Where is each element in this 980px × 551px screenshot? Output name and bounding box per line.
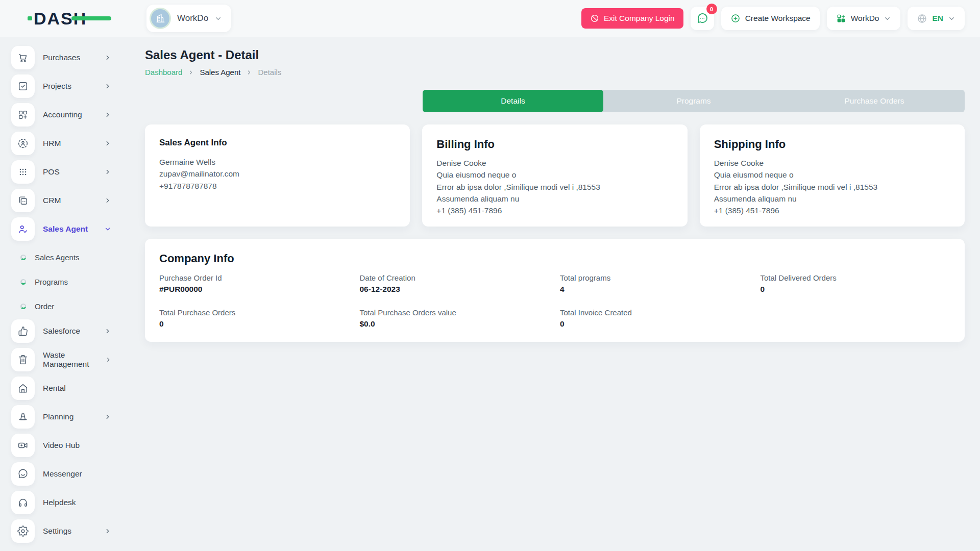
dots-grid-icon (11, 160, 35, 184)
prohibit-icon (590, 14, 599, 23)
detail-tabs: Details Programs Purchase Orders (423, 90, 965, 112)
field-total-invoice-created: Total Invoice Created 0 (560, 308, 750, 329)
trash-icon (11, 348, 35, 371)
create-workspace-button[interactable]: Create Workspace (721, 7, 820, 30)
sidebar-item-planning[interactable]: Planning (11, 405, 118, 429)
message-circle-icon (11, 462, 35, 486)
breadcrumb-dashboard-link[interactable]: Dashboard (145, 68, 182, 77)
sidebar-item-crm[interactable]: CRM (11, 189, 118, 212)
workspace-avatar (150, 8, 171, 29)
sidebar-item-accounting[interactable]: Accounting (11, 103, 118, 127)
sidebar-item-projects[interactable]: Projects (11, 74, 118, 98)
cone-icon (11, 405, 35, 429)
card-title: Shipping Info (714, 138, 950, 151)
sidebar-item-waste-management[interactable]: Waste Management (11, 348, 118, 371)
bullet-icon (20, 279, 26, 285)
billing-info-card: Billing Info Denise Cooke Quia eiusmod n… (422, 124, 687, 227)
field-total-purchase-orders: Total Purchase Orders 0 (159, 308, 350, 329)
gear-icon (11, 519, 35, 543)
chevron-right-icon (246, 69, 252, 76)
tab-purchase-orders[interactable]: Purchase Orders (784, 90, 965, 112)
field-total-purchase-orders-value: Total Purchase Orders value $0.0 (360, 308, 550, 329)
bullet-icon (20, 304, 26, 309)
sidebar-item-helpdesk[interactable]: Helpdesk (11, 491, 118, 514)
logo-green-dot (28, 16, 32, 20)
chevron-right-icon (104, 413, 111, 420)
main-content: Sales Agent - Detail Dashboard Sales Age… (118, 37, 980, 551)
logo-green-bar (71, 16, 111, 20)
sidebar-item-pos[interactable]: POS (11, 160, 118, 184)
billing-name: Denise Cooke (436, 157, 673, 169)
grid-plus-icon (836, 13, 846, 23)
sidebar: Purchases Projects Accounting HRM (0, 37, 118, 551)
shipping-address-line: Assumenda aliquam nu (714, 193, 950, 205)
sidebar-item-rental[interactable]: Rental (11, 377, 118, 400)
company-info-grid: Purchase Order Id #PUR00000 Date of Crea… (159, 273, 950, 329)
workspace-switcher[interactable]: WorkDo (146, 5, 231, 32)
chevron-right-icon (105, 356, 111, 363)
chevron-right-icon (104, 140, 111, 147)
field-total-programs: Total programs 4 (560, 273, 750, 294)
billing-address-line: Quia eiusmod neque o (436, 169, 673, 181)
chevron-right-icon (104, 168, 111, 176)
language-selector[interactable]: EN (908, 7, 965, 30)
sidebar-item-sales-agent[interactable]: Sales Agent (11, 217, 118, 241)
plus-circle-icon (730, 13, 741, 23)
shipping-info-card: Shipping Info Denise Cooke Quia eiusmod … (700, 124, 965, 227)
shipping-address-line: Quia eiusmod neque o (714, 169, 950, 181)
page-title: Sales Agent - Detail (145, 48, 965, 62)
card-title: Company Info (159, 252, 950, 265)
shipping-phone: +1 (385) 451-7896 (714, 205, 950, 216)
sales-agent-info-card: Sales Agent Info Germaine Wells zupav@ma… (145, 124, 410, 227)
topbar-actions: Exit Company Login 0 Create Workspace Wo… (581, 7, 965, 30)
field-total-delivered-orders: Total Delivered Orders 0 (761, 273, 951, 294)
tab-details[interactable]: Details (423, 90, 603, 112)
card-title: Billing Info (436, 138, 673, 151)
shipping-address-line: Error ab ipsa dolor ,Similique modi vel … (714, 181, 950, 193)
billing-address-line: Assumenda aliquam nu (436, 193, 673, 205)
agent-phone: +917878787878 (159, 180, 396, 192)
person-scan-icon (11, 132, 35, 155)
chevron-right-icon (104, 111, 111, 118)
dash-logo[interactable]: DASH (34, 9, 87, 29)
sidebar-item-messenger[interactable]: Messenger (11, 462, 118, 486)
info-cards-row: Sales Agent Info Germaine Wells zupav@ma… (145, 124, 965, 227)
shipping-name: Denise Cooke (714, 157, 950, 169)
exit-company-login-button[interactable]: Exit Company Login (581, 8, 683, 29)
breadcrumb: Dashboard Sales Agent Details (145, 68, 965, 77)
tab-programs[interactable]: Programs (603, 90, 784, 112)
video-camera-icon (11, 434, 35, 457)
messages-button[interactable]: 0 (691, 7, 714, 30)
messages-count-badge: 0 (706, 4, 717, 14)
chevron-down-icon (948, 15, 955, 22)
chat-bubble-icon (696, 12, 708, 24)
sidebar-item-hrm[interactable]: HRM (11, 132, 118, 155)
breadcrumb-sales-agent: Sales Agent (200, 68, 240, 77)
thumbs-up-icon (11, 319, 35, 343)
workspace-name: WorkDo (177, 13, 208, 23)
sidebar-item-purchases[interactable]: Purchases (11, 46, 118, 69)
layers-icon (11, 189, 35, 212)
sidebar-subitem-sales-agents[interactable]: Sales Agents (11, 246, 118, 268)
chevron-down-icon (214, 15, 222, 22)
chevron-right-icon (104, 197, 111, 204)
sidebar-item-video-hub[interactable]: Video Hub (11, 434, 118, 457)
blocks-plus-icon (11, 103, 35, 127)
company-info-card: Company Info Purchase Order Id #PUR00000… (145, 239, 965, 342)
chevron-down-icon (884, 15, 891, 22)
app-switcher-button[interactable]: WorkDo (827, 7, 901, 30)
breadcrumb-details: Details (258, 68, 281, 77)
chevron-right-icon (188, 69, 194, 76)
sidebar-item-salesforce[interactable]: Salesforce (11, 319, 118, 343)
billing-address-line: Error ab ipsa dolor ,Similique modi vel … (436, 181, 673, 193)
language-code: EN (932, 14, 943, 23)
headphones-icon (11, 491, 35, 514)
sidebar-subitem-programs[interactable]: Programs (11, 270, 118, 293)
sidebar-subitem-order[interactable]: Order (11, 295, 118, 317)
card-title: Sales Agent Info (159, 138, 396, 148)
sidebar-item-settings[interactable]: Settings (11, 519, 118, 543)
globe-icon (917, 13, 927, 24)
home-icon (11, 377, 35, 400)
chevron-right-icon (104, 83, 111, 90)
logo-container: DASH (0, 9, 118, 29)
